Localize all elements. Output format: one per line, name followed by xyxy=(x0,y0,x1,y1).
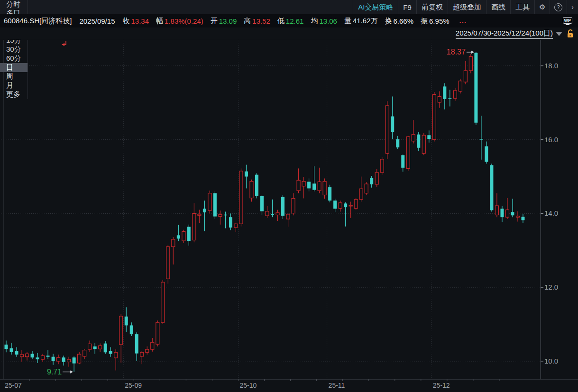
trading-app-window: 18.016.014.012.010.025-0725-0925-1025-11… xyxy=(0,0,578,392)
toolbar-right: AI交易策略F9前复权超级叠加画线工具⚙?› xyxy=(353,0,578,14)
svg-text:25-07: 25-07 xyxy=(5,382,22,389)
chevron-down-icon[interactable] xyxy=(556,32,562,36)
svg-text:18.0: 18.0 xyxy=(544,62,558,70)
info-field-amplitude: 振6.95% xyxy=(421,17,450,26)
settings-gear-icon[interactable]: ⚙ xyxy=(535,0,550,14)
info-field-high: 高13.52 xyxy=(244,17,270,26)
candles xyxy=(5,52,525,372)
date-range-selector[interactable]: 2025/07/30-2025/12/24(100日) xyxy=(456,29,553,39)
super-overlay-button[interactable]: 超级叠加 xyxy=(448,0,486,14)
tab-30min[interactable]: 30分 xyxy=(0,45,28,54)
tab-more[interactable]: 更多 xyxy=(0,90,28,99)
quote-fields: 收13.34幅1.83%(0.24)开13.09高13.52低12.61均13.… xyxy=(122,17,471,26)
info-field-volume: 量41.62万 xyxy=(344,17,378,26)
candlestick-chart[interactable]: 18.016.014.012.010.025-0725-0925-1025-11… xyxy=(0,0,578,392)
symbol-name: 600846.SH[同济科技] xyxy=(4,17,72,26)
info-field-avg: 均13.06 xyxy=(311,17,337,26)
tab-day[interactable]: 日 xyxy=(0,63,28,72)
info-field-low: 低12.61 xyxy=(277,17,304,26)
tab-fenshi[interactable]: 分时 xyxy=(0,0,28,9)
expand-chevron-icon[interactable]: › xyxy=(567,0,578,14)
period-tabs: 分时多日1分5分15分30分60分日周月更多 xyxy=(0,0,28,14)
svg-text:25-10: 25-10 xyxy=(239,382,257,389)
tab-60min[interactable]: 60分 xyxy=(0,54,28,63)
wp-window-icon[interactable]: WP xyxy=(563,17,573,25)
svg-text:25-09: 25-09 xyxy=(125,382,142,389)
quote-date: 2025/09/15 xyxy=(79,17,115,25)
svg-text:12.0: 12.0 xyxy=(544,283,558,291)
ai-strategy-button[interactable]: AI交易策略 xyxy=(353,0,398,14)
svg-text:10.0: 10.0 xyxy=(544,357,558,365)
x-axis: 25-0725-0925-1025-1125-12 xyxy=(0,379,578,389)
svg-text:16.0: 16.0 xyxy=(544,136,558,144)
more-indicators-dots[interactable]: ... xyxy=(459,17,467,26)
svg-text:25-12: 25-12 xyxy=(433,382,450,389)
forward-adjust-button[interactable]: 前复权 xyxy=(417,0,448,14)
tab-week[interactable]: 周 xyxy=(0,72,28,81)
info-field-turnover: 换6.66% xyxy=(385,17,413,26)
lock-icon[interactable] xyxy=(566,29,574,38)
svg-text:14.0: 14.0 xyxy=(544,209,558,217)
event-marker-icon[interactable] xyxy=(62,41,66,46)
period-tab-bar: 分时多日1分5分15分30分60分日周月更多 AI交易策略F9前复权超级叠加画线… xyxy=(0,0,578,15)
tools-button[interactable]: 工具 xyxy=(511,0,535,14)
info-field-open: 开13.09 xyxy=(211,17,237,26)
svg-text:9.71: 9.71 xyxy=(47,368,62,376)
help-icon[interactable]: ? xyxy=(550,0,567,14)
f9-button[interactable]: F9 xyxy=(398,0,417,14)
draw-line-button[interactable]: 画线 xyxy=(486,0,511,14)
info-field-close: 收13.34 xyxy=(122,17,149,26)
low-annotation: 9.71 xyxy=(47,368,73,376)
quote-info-bar: 600846.SH[同济科技] 2025/09/15 收13.34幅1.83%(… xyxy=(0,14,578,27)
info-field-change: 幅1.83%(0.24) xyxy=(156,17,203,26)
tab-month[interactable]: 月 xyxy=(0,81,28,90)
svg-text:18.37: 18.37 xyxy=(447,48,466,56)
date-range-bar: 2025/07/30-2025/12/24(100日) xyxy=(0,27,578,40)
high-annotation: 18.37 xyxy=(447,48,474,56)
svg-text:25-11: 25-11 xyxy=(329,382,345,389)
